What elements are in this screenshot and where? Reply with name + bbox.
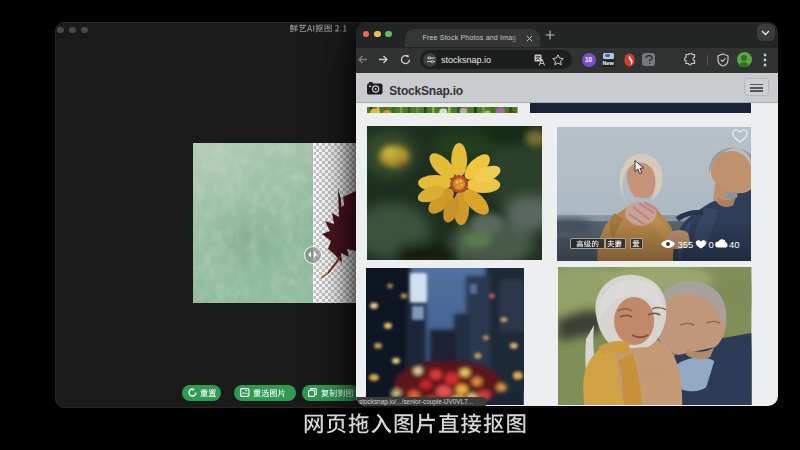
svg-text:40: 40 <box>729 239 740 250</box>
svg-text:0: 0 <box>709 239 714 250</box>
svg-text:355: 355 <box>678 239 694 250</box>
